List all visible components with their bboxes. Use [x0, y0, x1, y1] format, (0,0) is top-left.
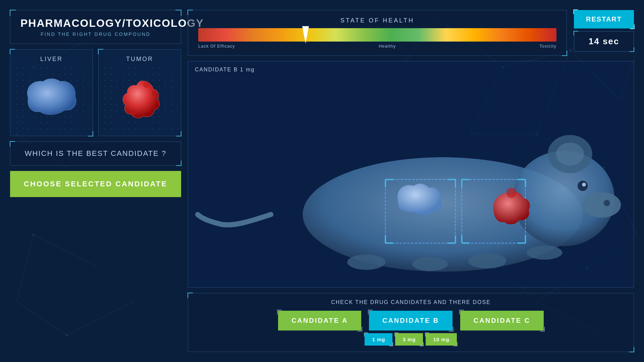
- candidate-a-col: CANDIDATE A: [278, 311, 362, 330]
- health-bar-container: [198, 28, 556, 42]
- candidate-a-button[interactable]: CANDIDATE A: [278, 311, 362, 330]
- svg-point-34: [143, 81, 150, 88]
- tumor-label: TUMOR: [102, 53, 177, 65]
- liver-image-area: [14, 65, 89, 132]
- title-box: PHARMACOLOGY/TOXICOLOGY FIND THE RIGHT D…: [10, 10, 181, 44]
- svg-point-46: [412, 257, 448, 271]
- svg-point-44: [582, 183, 586, 186]
- dose-options: 1 mg 3 mg 10 mg: [365, 333, 457, 346]
- restart-button[interactable]: RESTART: [574, 10, 634, 28]
- health-label-left: Lack Of Efficacy: [198, 44, 235, 49]
- candidate-c-button[interactable]: CANDIDATE C: [460, 311, 544, 330]
- svg-point-35: [152, 90, 157, 96]
- choose-selected-button[interactable]: CHOOSE SELECTED CANDIDATE: [10, 171, 181, 197]
- dose-1mg-button[interactable]: 1 mg: [365, 333, 392, 346]
- candidate-b-col: CANDIDATE B 1 mg 3 mg 10 mg: [365, 311, 457, 346]
- organs-row: LIVER: [10, 49, 181, 136]
- left-panel: PHARMACOLOGY/TOXICOLOGY FIND THE RIGHT D…: [10, 10, 181, 352]
- svg-point-42: [604, 200, 610, 206]
- tumor-image-area: [102, 65, 177, 132]
- svg-point-48: [527, 246, 562, 260]
- mouse-section: CANDIDATE B 1 mg: [188, 61, 634, 288]
- candidate-b-button[interactable]: CANDIDATE B: [369, 311, 452, 330]
- mouse-display-area: [188, 78, 634, 287]
- question-text: WHICH IS THE BEST CANDIDATE ?: [17, 149, 174, 158]
- dose-3mg-button[interactable]: 3 mg: [395, 333, 423, 346]
- svg-point-47: [468, 253, 506, 269]
- dose-10mg-button[interactable]: 10 mg: [426, 333, 457, 346]
- health-labels: Lack Of Efficacy Healthy Toxicity: [198, 44, 556, 49]
- liver-box: LIVER: [10, 49, 93, 136]
- right-panel: RESTART 14 sec STATE OF HEALTH Lack Of E…: [188, 10, 634, 352]
- timer-display: 14 sec: [574, 31, 634, 52]
- svg-point-67: [506, 188, 517, 198]
- health-indicator: [302, 26, 309, 44]
- health-title: STATE OF HEALTH: [198, 17, 556, 24]
- health-label-right: Toxicity: [539, 44, 556, 49]
- liver-label: LIVER: [14, 53, 89, 65]
- top-right-controls: RESTART 14 sec: [574, 10, 634, 52]
- svg-point-36: [130, 110, 136, 116]
- app-title: PHARMACOLOGY/TOXICOLOGY: [20, 17, 171, 29]
- health-section: STATE OF HEALTH Lack Of Efficacy Healthy…: [188, 10, 567, 56]
- tumor-box: TUMOR: [98, 49, 181, 136]
- candidates-section: CHECK THE DRUG CANDIDATES AND THERE DOSE…: [188, 293, 634, 352]
- svg-point-40: [556, 142, 584, 165]
- svg-point-41: [583, 192, 621, 218]
- candidate-info-label: CANDIDATE B 1 mg: [188, 61, 634, 78]
- question-box: WHICH IS THE BEST CANDIDATE ?: [10, 141, 181, 166]
- tumor-shape: [118, 76, 162, 121]
- liver-shape: [21, 75, 82, 123]
- check-drug-label: CHECK THE DRUG CANDIDATES AND THERE DOSE: [198, 299, 624, 305]
- app-subtitle: FIND THE RIGHT DRUG COMPOUND: [20, 32, 171, 37]
- health-bar-gradient: [198, 28, 556, 42]
- svg-point-45: [347, 254, 385, 270]
- candidates-row: CANDIDATE A CANDIDATE B 1 mg 3 mg 10 mg …: [198, 311, 624, 346]
- health-label-center: Healthy: [379, 44, 396, 49]
- candidate-c-col: CANDIDATE C: [460, 311, 544, 330]
